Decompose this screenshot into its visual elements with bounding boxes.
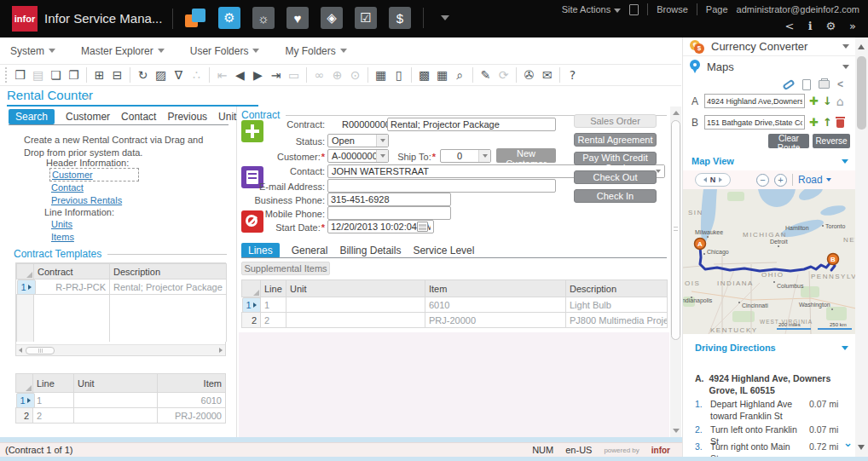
select-all-cell[interactable] xyxy=(17,264,34,279)
home-icon[interactable]: ⌂ xyxy=(836,95,844,108)
healthcare-app-icon[interactable]: ♥ xyxy=(286,7,309,29)
tab-general[interactable]: General xyxy=(292,245,328,256)
previous-record-icon[interactable]: ◀ xyxy=(231,66,249,84)
schedule-grid-icon[interactable]: ▩ xyxy=(415,66,433,84)
column-header-unit[interactable]: Unit xyxy=(74,374,158,393)
column-header-item[interactable]: Item xyxy=(158,374,226,393)
compass-control[interactable]: N xyxy=(695,173,731,187)
cell-item[interactable]: 6010 xyxy=(158,393,226,408)
page-icon[interactable] xyxy=(802,79,811,90)
messaging-app-icon[interactable] xyxy=(184,7,206,29)
check-out-button[interactable]: Check Out xyxy=(574,170,657,184)
gear-icon[interactable]: ⚙ xyxy=(825,20,836,32)
table-row[interactable]: 1 1 6010 xyxy=(16,393,226,408)
map-view-header[interactable]: Map View xyxy=(692,156,734,166)
map-canvas[interactable]: SIN Milwaukee MICHIGAN Hamilton Toronto … xyxy=(683,189,856,334)
add-waypoint-icon[interactable]: ✚ xyxy=(809,116,819,129)
delete-record-icon[interactable]: ⊟ xyxy=(108,66,126,84)
cell-description[interactable]: PJ800 Multimedia Projector xyxy=(566,313,668,328)
maps-panel-header[interactable]: Maps xyxy=(683,57,856,76)
sales-order-button[interactable]: Sales Order xyxy=(574,114,657,128)
paste-icon[interactable]: ❐ xyxy=(65,66,83,84)
map-style-select[interactable]: Road xyxy=(798,174,831,186)
menu-user-folders[interactable]: User Folders xyxy=(190,45,260,57)
new-customer-button[interactable]: New Customer xyxy=(496,148,556,163)
form-view-icon[interactable]: ▨ xyxy=(152,66,170,84)
column-header-unit[interactable]: Unit xyxy=(286,280,425,297)
business-phone-input[interactable] xyxy=(327,193,451,206)
detail-icon[interactable]: ▭ xyxy=(285,66,303,84)
refresh-icon[interactable]: ↻ xyxy=(134,66,152,84)
cell-line[interactable]: 1 xyxy=(33,393,74,408)
tab-search[interactable]: Search xyxy=(9,109,55,124)
add-record-icon[interactable]: ⊞ xyxy=(90,66,108,84)
sync-icon[interactable]: ⟳ xyxy=(495,66,512,84)
printer-icon[interactable] xyxy=(819,80,830,89)
link-icon[interactable] xyxy=(782,78,795,90)
row-number[interactable]: 1 xyxy=(17,279,36,295)
copy-icon[interactable]: ❏ xyxy=(47,66,65,84)
new-document-icon[interactable]: ▯ xyxy=(390,66,408,84)
cell-unit[interactable] xyxy=(74,393,158,408)
info-icon[interactable]: ℹ xyxy=(807,20,812,32)
cell-item[interactable]: 6010 xyxy=(425,297,566,313)
currency-converter-panel-header[interactable]: €$ Currency Converter xyxy=(683,37,856,56)
column-header-line[interactable]: Line xyxy=(33,374,74,393)
pan-right-icon[interactable] xyxy=(719,177,722,182)
share-icon[interactable]: < xyxy=(837,78,843,90)
search-icon[interactable]: ⌕ xyxy=(451,66,469,84)
share-icon[interactable]: < xyxy=(785,20,795,32)
column-header-description[interactable]: Description xyxy=(110,264,227,279)
scroll-down-icon[interactable] xyxy=(673,429,680,433)
select-all-cell[interactable] xyxy=(16,374,33,393)
scroll-up-icon[interactable] xyxy=(858,44,865,49)
cell-description[interactable]: Rental; Projector Package xyxy=(110,279,227,295)
previous-rentals-link[interactable]: Previous Rentals xyxy=(51,195,122,205)
select-all-cell[interactable] xyxy=(242,280,261,297)
chevron-down-icon[interactable] xyxy=(842,44,849,49)
reverse-button[interactable]: Reverse xyxy=(813,134,850,148)
attachment-icon[interactable]: ✇ xyxy=(520,66,538,84)
email-icon[interactable]: ✉ xyxy=(538,66,556,84)
billing-app-icon[interactable]: $ xyxy=(389,7,411,29)
target-icon[interactable]: ⊙ xyxy=(346,66,364,84)
route-a-input[interactable] xyxy=(704,94,805,108)
scroll-down-icon[interactable] xyxy=(858,445,865,450)
date-picker-icon[interactable] xyxy=(417,222,428,232)
hierarchy-icon[interactable]: ∴ xyxy=(188,66,205,84)
table-row[interactable]: 2 2 PRJ-20000 xyxy=(16,408,226,424)
row-number[interactable]: 2 xyxy=(16,408,33,424)
table-row[interactable]: 2 2 PRJ-20000 PJ800 Multimedia Projector xyxy=(242,313,668,328)
tab-contact[interactable]: Contact xyxy=(121,111,156,123)
directions-step[interactable]: 1. Depart Highland Ave toward Franklin S… xyxy=(695,399,838,422)
first-record-icon[interactable]: ⇤ xyxy=(213,66,231,84)
cell-contract[interactable]: R-PRJ-PCK xyxy=(34,279,110,295)
tab-unit[interactable]: Unit xyxy=(218,111,236,123)
cell-unit[interactable] xyxy=(286,297,425,313)
chevron-down-icon[interactable] xyxy=(842,159,848,164)
mobile-phone-input[interactable] xyxy=(327,206,451,220)
cell-unit[interactable] xyxy=(74,408,158,424)
menu-master-explorer[interactable]: Master Explorer xyxy=(81,45,165,57)
cell-line[interactable]: 2 xyxy=(33,408,74,424)
move-down-icon[interactable]: ↓ xyxy=(823,95,832,107)
menu-my-folders[interactable]: My Folders xyxy=(285,45,346,57)
cell-item[interactable]: PRJ-20000 xyxy=(158,408,226,424)
tasks-app-icon[interactable]: ☑ xyxy=(355,7,377,29)
zoom-in-icon[interactable]: + xyxy=(774,174,787,187)
scroll-left-icon[interactable] xyxy=(19,348,22,353)
rental-agreement-button[interactable]: Rental Agreement xyxy=(574,133,657,147)
driving-directions-header[interactable]: Driving Directions xyxy=(695,343,776,353)
clear-route-button[interactable]: Clear Route xyxy=(768,134,809,148)
page-tab-ribbon[interactable]: Page xyxy=(706,4,728,14)
contract-description-input[interactable] xyxy=(387,118,556,131)
edit-sign-icon[interactable]: ✎ xyxy=(477,66,495,84)
sidebar-scrollbar[interactable] xyxy=(855,37,868,457)
open-icon[interactable]: ❒ xyxy=(11,66,29,84)
email-input[interactable] xyxy=(327,179,556,193)
customer-link[interactable]: Customer xyxy=(49,168,139,182)
page-title[interactable]: Rental Counter xyxy=(7,88,93,102)
cell-unit[interactable] xyxy=(286,313,425,328)
cell-description[interactable]: Light Bulb xyxy=(566,297,668,313)
column-header-contract[interactable]: Contract xyxy=(34,264,110,279)
